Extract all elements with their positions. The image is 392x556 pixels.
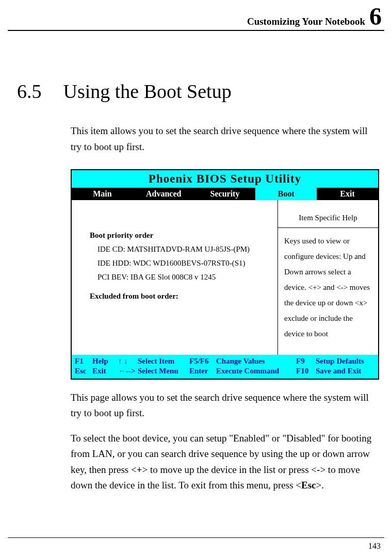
paragraph-2: This page allows you to set the search d…: [71, 390, 379, 421]
boot-item-1[interactable]: IDE CD: MATSHITADVD-RAM UJ-85JS-(PM): [97, 245, 267, 254]
arrows-leftright-icon: ←-->: [118, 367, 138, 375]
header-title: Customizing Your Notebook: [247, 16, 365, 27]
footer-row-2: Esc Exit ←--> Select Menu Enter Execute …: [75, 367, 375, 375]
section-title: Using the Boot Setup: [63, 80, 232, 103]
action-setup-defaults: Setup Defaults: [316, 357, 375, 366]
p3-plus: +: [137, 464, 142, 475]
tab-main[interactable]: Main: [72, 188, 133, 200]
bios-body: Boot priority order IDE CD: MATSHITADVD-…: [72, 200, 378, 355]
p3-text-2: > to move up the device in the list or p…: [142, 464, 317, 475]
chapter-number: 6: [369, 5, 382, 27]
tab-boot[interactable]: Boot: [255, 188, 317, 200]
key-enter: Enter: [189, 367, 216, 375]
action-change-values: Change Values: [216, 357, 296, 366]
page-header: Customizing Your Notebook 6: [8, 0, 384, 31]
paragraph-3: To select the boot device, you can setup…: [71, 431, 379, 494]
p3-esc: Esc: [301, 480, 316, 490]
boot-item-3[interactable]: PCI BEV: IBA GE Slot 008C8 v 1245: [97, 273, 267, 282]
label-help: Help: [92, 357, 118, 366]
action-select-menu: Select Menu: [138, 367, 189, 375]
bios-main-panel: Boot priority order IDE CD: MATSHITADVD-…: [72, 200, 277, 355]
excluded-label: Excluded from boot order:: [90, 292, 267, 301]
footer-row-1: F1 Help ↑ ↓ Select Item F5/F6 Change Val…: [75, 357, 375, 366]
intro-paragraph: This item allows you to set the search d…: [71, 123, 379, 155]
tab-security[interactable]: Security: [194, 188, 256, 200]
action-execute-command: Execute Command: [216, 367, 296, 375]
boot-priority-label: Boot priority order: [90, 231, 267, 240]
section-number: 6.5: [17, 80, 42, 103]
arrows-updown-icon: ↑ ↓: [118, 357, 138, 366]
footer-divider: [8, 537, 384, 538]
tab-exit[interactable]: Exit: [317, 188, 378, 200]
action-save-exit: Save and Exit: [316, 367, 375, 375]
key-f1: F1: [75, 357, 92, 366]
bios-tab-bar: Main Advanced Security Boot Exit: [72, 188, 378, 200]
action-select-item: Select Item: [138, 357, 189, 366]
p3-text-4: >.: [316, 480, 324, 490]
tab-advanced[interactable]: Advanced: [133, 188, 194, 200]
key-esc: Esc: [75, 367, 92, 375]
page-number: 143: [368, 542, 381, 551]
help-body: Keys used to view or configure devices: …: [278, 228, 378, 347]
bios-help-panel: Item Specific Help Keys used to view or …: [277, 200, 378, 355]
help-title: Item Specific Help: [278, 200, 378, 228]
key-f5f6: F5/F6: [189, 357, 216, 366]
boot-item-2[interactable]: IDE HDD: WDC WD1600BEVS-07RST0-(S1): [97, 259, 267, 268]
section-heading: 6.5 Using the Boot Setup: [8, 80, 384, 103]
key-f9: F9: [296, 357, 316, 366]
label-exit: Exit: [92, 367, 118, 375]
bios-footer: F1 Help ↑ ↓ Select Item F5/F6 Change Val…: [72, 355, 378, 379]
key-f10: F10: [296, 367, 316, 375]
bios-setup-screen: Phoenix BIOS Setup Utility Main Advanced…: [71, 169, 379, 380]
bios-title: Phoenix BIOS Setup Utility: [72, 170, 378, 188]
